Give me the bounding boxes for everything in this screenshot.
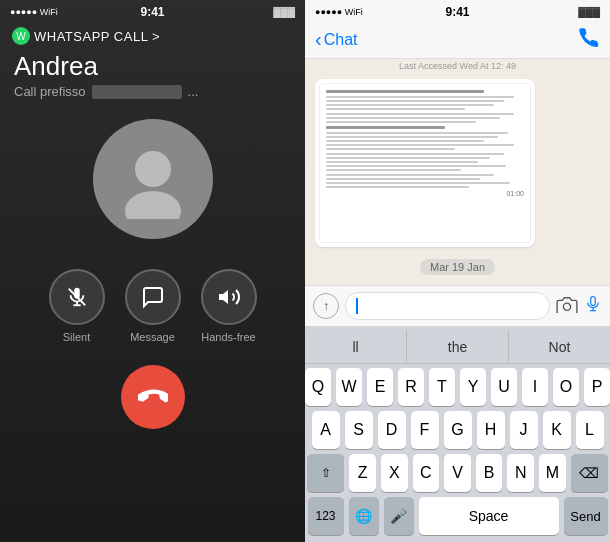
message-button[interactable]: Message xyxy=(125,269,181,343)
key-t[interactable]: T xyxy=(429,368,455,406)
last-accessed: Last Accessed Wed At 12: 49 xyxy=(305,59,610,73)
avatar-svg xyxy=(113,139,193,219)
call-battery: ▓▓▓ xyxy=(273,6,295,17)
key-g[interactable]: G xyxy=(444,411,472,449)
keyboard-mic-key[interactable]: 🎤 xyxy=(384,497,414,535)
key-y[interactable]: Y xyxy=(460,368,486,406)
key-v[interactable]: V xyxy=(444,454,471,492)
handsfree-circle[interactable] xyxy=(201,269,257,325)
key-r[interactable]: R xyxy=(398,368,424,406)
call-actions: Silent Message Hands-free xyxy=(49,269,257,343)
key-row-4: 123 🌐 🎤 Space Send xyxy=(307,497,608,535)
back-button[interactable]: ‹ Chat xyxy=(315,28,357,51)
message-input[interactable] xyxy=(345,292,550,320)
key-w[interactable]: W xyxy=(336,368,362,406)
document-preview: 01:00 xyxy=(319,83,531,243)
key-d[interactable]: D xyxy=(378,411,406,449)
text-cursor xyxy=(356,298,358,314)
key-row-2: A S D F G H J K L xyxy=(307,411,608,449)
call-type-label: WHATSAPP CALL > xyxy=(34,29,160,44)
silent-circle[interactable] xyxy=(49,269,105,325)
suggestion-3[interactable]: Not xyxy=(509,330,610,363)
key-c[interactable]: C xyxy=(413,454,440,492)
key-p[interactable]: P xyxy=(584,368,610,406)
handsfree-button[interactable]: Hands-free xyxy=(201,269,257,343)
document-message: 01:00 xyxy=(315,79,535,247)
globe-key[interactable]: 🌐 xyxy=(349,497,379,535)
svg-point-1 xyxy=(125,191,181,219)
suggestion-2[interactable]: the xyxy=(407,330,509,363)
svg-point-7 xyxy=(563,303,570,310)
call-status: Call prefisso ... xyxy=(0,84,198,99)
chat-time: 9:41 xyxy=(445,5,469,19)
handsfree-label: Hands-free xyxy=(201,331,255,343)
back-label[interactable]: Chat xyxy=(324,31,358,49)
call-status-bar: ●●●●● WiFi 9:41 ▓▓▓ xyxy=(0,0,305,21)
key-n[interactable]: N xyxy=(507,454,534,492)
chevron-left-icon: ‹ xyxy=(315,28,322,51)
svg-point-0 xyxy=(135,151,171,187)
key-i[interactable]: I xyxy=(522,368,548,406)
key-k[interactable]: K xyxy=(543,411,571,449)
delete-key[interactable]: ⌫ xyxy=(571,454,608,492)
key-e[interactable]: E xyxy=(367,368,393,406)
chat-messages: 01:00 Mar 19 Jan 'Hello 09:34 xyxy=(305,73,610,285)
numbers-key[interactable]: 123 xyxy=(308,497,344,535)
call-time: 9:41 xyxy=(140,5,164,19)
suggestion-1[interactable]: ll xyxy=(305,330,407,363)
chat-input-area: ↑ xyxy=(305,285,610,326)
call-signal: ●●●●● WiFi xyxy=(10,7,58,17)
call-header: W WHATSAPP CALL > xyxy=(0,21,305,45)
message-label: Message xyxy=(130,331,175,343)
chat-call-button[interactable] xyxy=(578,27,600,53)
key-o[interactable]: O xyxy=(553,368,579,406)
chat-nav-bar: ‹ Chat xyxy=(305,21,610,59)
keyboard: ll the Not Q W E R T Y U I O P A S xyxy=(305,326,610,542)
avatar xyxy=(93,119,213,239)
chat-battery: ▓▓▓ xyxy=(578,6,600,17)
chat-screen: ●●●●● WiFi 9:41 ▓▓▓ ‹ Chat Last Accessed… xyxy=(305,0,610,542)
camera-button[interactable] xyxy=(556,295,578,318)
svg-rect-8 xyxy=(591,296,596,305)
keyboard-rows: Q W E R T Y U I O P A S D F G H J K xyxy=(305,364,610,542)
chat-status-bar: ●●●●● WiFi 9:41 ▓▓▓ xyxy=(305,0,610,21)
space-key[interactable]: Space xyxy=(419,497,559,535)
shift-key[interactable]: ⇧ xyxy=(307,454,344,492)
mic-button[interactable] xyxy=(584,293,602,320)
key-row-1: Q W E R T Y U I O P xyxy=(307,368,608,406)
key-u[interactable]: U xyxy=(491,368,517,406)
key-z[interactable]: Z xyxy=(349,454,376,492)
contact-name: Andrea xyxy=(0,51,98,82)
call-status-bar-indicator xyxy=(92,85,182,99)
date-divider: Mar 19 Jan xyxy=(420,259,495,275)
silent-button[interactable]: Silent xyxy=(49,269,105,343)
key-q[interactable]: Q xyxy=(305,368,331,406)
key-j[interactable]: J xyxy=(510,411,538,449)
silent-label: Silent xyxy=(63,331,91,343)
chat-signal: ●●●●● WiFi xyxy=(315,7,363,17)
svg-marker-6 xyxy=(219,290,228,304)
key-b[interactable]: B xyxy=(476,454,503,492)
key-s[interactable]: S xyxy=(345,411,373,449)
key-x[interactable]: X xyxy=(381,454,408,492)
key-a[interactable]: A xyxy=(312,411,340,449)
message-circle[interactable] xyxy=(125,269,181,325)
end-call-button[interactable] xyxy=(121,365,185,429)
whatsapp-icon: W xyxy=(12,27,30,45)
key-l[interactable]: L xyxy=(576,411,604,449)
keyboard-suggestions: ll the Not xyxy=(305,330,610,364)
key-row-3: ⇧ Z X C V B N M ⌫ xyxy=(307,454,608,492)
expand-button[interactable]: ↑ xyxy=(313,293,339,319)
key-m[interactable]: M xyxy=(539,454,566,492)
key-h[interactable]: H xyxy=(477,411,505,449)
key-f[interactable]: F xyxy=(411,411,439,449)
send-key[interactable]: Send xyxy=(564,497,608,535)
call-screen: ●●●●● WiFi 9:41 ▓▓▓ W WHATSAPP CALL > An… xyxy=(0,0,305,542)
